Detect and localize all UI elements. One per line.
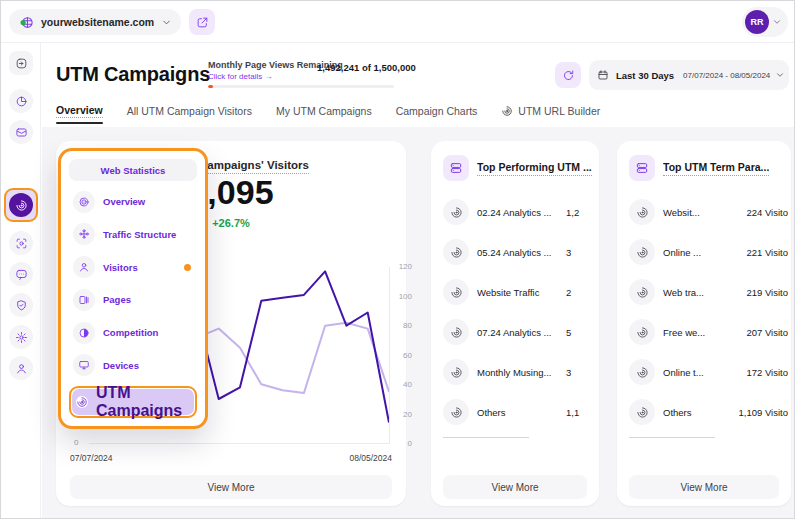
globe-icon [19, 15, 34, 30]
item-label: 07.24 Analytics ... [477, 327, 558, 338]
menu-item-traffic-structure[interactable]: Traffic Structure [69, 222, 197, 246]
shield-check-icon[interactable] [9, 293, 33, 317]
account-menu[interactable]: RR [742, 7, 788, 37]
network-icon [73, 223, 95, 245]
top-performing-utm-card: Top Performing UTM ... 02.24 Analytics .… [431, 141, 599, 506]
y-tick-label: 0 [408, 439, 412, 448]
utm-swirl-icon [629, 199, 655, 225]
chart-start-date: 07/07/2024 [70, 453, 113, 463]
sidebar-toggle-icon[interactable] [9, 51, 33, 75]
tab-all-utm-campaign-visitors[interactable]: All UTM Campaign Visitors [127, 105, 252, 117]
menu-item-utm-campaigns-active[interactable]: UTM Campaigns [69, 386, 197, 418]
top-performing-list: 02.24 Analytics ... 1,2 05.24 Analytics … [443, 199, 599, 425]
chart-right-axis-line [389, 267, 390, 443]
item-label: Web tra... [663, 287, 738, 298]
y-tick-label: 120 [399, 262, 412, 271]
tab-my-utm-campaigns[interactable]: My UTM Campaigns [276, 105, 372, 117]
tab-overview[interactable]: Overview [56, 104, 103, 118]
utm-swirl-icon [629, 359, 655, 385]
list-item[interactable]: Online ... 221 Visito [629, 239, 791, 265]
date-range-value: 07/07/2024 - 08/05/2024 [683, 71, 770, 80]
tab-campaign-charts[interactable]: Campaign Charts [396, 105, 478, 117]
utm-swirl-icon [443, 319, 469, 345]
card-title: Top UTM Term Para... [663, 161, 769, 176]
item-label: Online ... [663, 247, 738, 258]
list-item[interactable]: Monthly Musing... 3 [443, 359, 599, 385]
list-rows-icon [629, 155, 655, 181]
chat-icon[interactable] [9, 262, 33, 286]
pageviews-details-link[interactable]: Click for details → [208, 72, 272, 81]
item-label: Websit... [663, 207, 738, 218]
menu-item-competition[interactable]: Competition [69, 321, 197, 345]
pages-icon [73, 289, 95, 311]
item-value: 3 [566, 247, 596, 258]
open-external-button[interactable] [189, 9, 215, 35]
icon-rail [1, 43, 41, 519]
external-link-icon [196, 16, 209, 29]
item-value: 219 Visito [746, 287, 788, 298]
tab-bar: Overview All UTM Campaign Visitors My UT… [56, 104, 600, 118]
item-value: 3 [566, 367, 596, 378]
pageviews-progress [208, 85, 394, 88]
utm-swirl-icon [443, 359, 469, 385]
menu-title: Web Statistics [69, 159, 197, 181]
refresh-button[interactable] [555, 62, 581, 88]
pageviews-value: 1,492,241 of 1,500,000 [317, 62, 416, 73]
utm-swirl-icon [443, 279, 469, 305]
item-value: 1,109 Visito [739, 407, 788, 418]
utm-swirl-icon [629, 279, 655, 305]
utm-swirl-icon [629, 239, 655, 265]
top-utm-term-card: Top UTM Term Para... Websit... 224 Visit… [617, 141, 791, 506]
person-icon [73, 256, 95, 278]
view-more-button[interactable]: View More [629, 475, 779, 499]
item-value: 172 Visito [746, 367, 788, 378]
list-item[interactable]: Free we... 207 Visito [629, 319, 791, 345]
utm-campaigns-dashboard: { "colors": { "accent_purple": "#7C3AED"… [0, 0, 795, 519]
list-item[interactable]: 02.24 Analytics ... 1,2 [443, 199, 599, 225]
tab-utm-url-builder[interactable]: UTM URL Builder [501, 105, 600, 117]
list-rows-icon [443, 155, 469, 181]
utm-swirl-icon [629, 399, 655, 425]
website-selector[interactable]: yourwebsitename.com [9, 9, 181, 35]
top-term-list: Websit... 224 Visito Online ... 221 Visi… [629, 199, 791, 425]
page-title: UTM Campaigns [56, 63, 210, 86]
menu-item-visitors[interactable]: Visitors [69, 255, 197, 279]
date-range-picker[interactable]: Last 30 Days 07/07/2024 - 08/05/2024 [589, 60, 789, 90]
utm-swirl-icon [443, 399, 469, 425]
item-value: 207 Visito [746, 327, 788, 338]
y-tick-label: 60 [403, 351, 412, 360]
item-label: Free we... [663, 327, 738, 338]
list-item[interactable]: Others 1,109 Visito [629, 399, 791, 425]
calendar-icon [597, 69, 609, 81]
utm-campaigns-icon [9, 193, 33, 217]
scan-icon[interactable] [9, 231, 33, 255]
view-more-button[interactable]: View More [70, 475, 392, 499]
analytics-pie-icon[interactable] [9, 89, 33, 113]
list-item[interactable]: Website Traffic 2 [443, 279, 599, 305]
chevron-down-icon [775, 70, 785, 80]
chart-left-zero-label: 0 [74, 438, 78, 447]
settings-gear-icon[interactable] [9, 325, 33, 349]
y-tick-label: 80 [403, 321, 412, 330]
list-item[interactable]: 05.24 Analytics ... 3 [443, 239, 599, 265]
list-item[interactable]: Others 1,1 [443, 399, 599, 425]
account-icon[interactable] [9, 356, 33, 380]
list-item[interactable]: 07.24 Analytics ... 5 [443, 319, 599, 345]
menu-item-devices[interactable]: Devices [69, 353, 197, 377]
menu-item-pages[interactable]: Pages [69, 288, 197, 312]
view-more-button[interactable]: View More [443, 475, 587, 499]
monitor-icon [73, 354, 95, 376]
list-item[interactable]: Web tra... 219 Visito [629, 279, 791, 305]
chart-end-date: 08/05/2024 [349, 453, 392, 463]
menu-item-overview[interactable]: Overview [69, 190, 197, 214]
rail-item-utm-campaigns-active[interactable] [4, 188, 38, 222]
notification-dot [184, 264, 191, 271]
y-tick-label: 20 [403, 410, 412, 419]
utm-swirl-icon [629, 319, 655, 345]
list-item[interactable]: Websit... 224 Visito [629, 199, 791, 225]
refresh-icon [562, 69, 575, 82]
utm-swirl-icon [443, 199, 469, 225]
list-item[interactable]: Online t... 172 Visito [629, 359, 791, 385]
inbox-icon[interactable] [9, 120, 33, 144]
item-label: 05.24 Analytics ... [477, 247, 558, 258]
